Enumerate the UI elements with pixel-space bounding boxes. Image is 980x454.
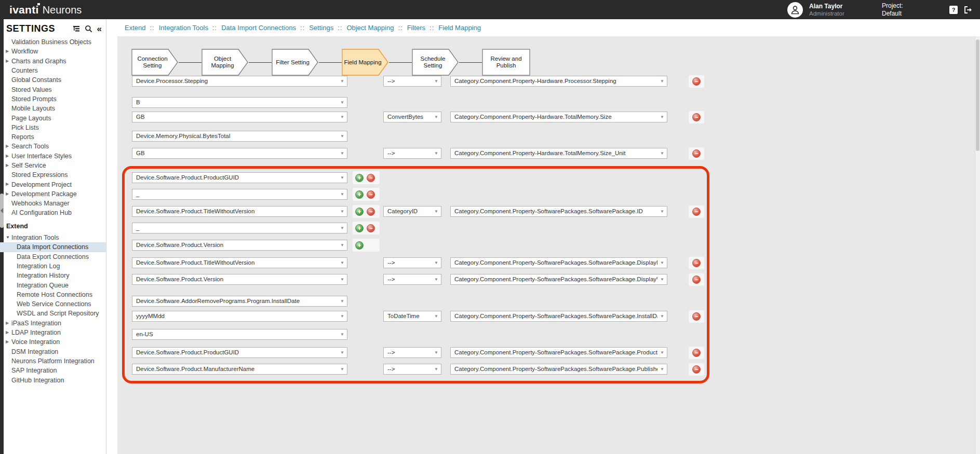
sidebar-item-development-package[interactable]: ▶Development Package (0, 189, 106, 199)
operation-dropdown[interactable]: CategoryID▼ (383, 206, 441, 217)
breadcrumb-integration-tools[interactable]: Integration Tools (159, 24, 208, 32)
step-schedule-setting[interactable]: Schedule Setting (412, 49, 459, 76)
sidebar-item-integration-tools[interactable]: ▼Integration Tools (0, 233, 106, 242)
remove-row-button[interactable]: − (367, 190, 375, 199)
sidebar-item-neurons-platform-integration[interactable]: Neurons Platform Integration (0, 356, 106, 366)
chevron-right-icon[interactable]: ▶ (6, 144, 9, 148)
chevron-down-icon[interactable]: ▼ (6, 235, 10, 240)
breadcrumb-settings[interactable]: Settings (309, 24, 333, 32)
target-field-dropdown[interactable]: Category.Component.Property-SoftwarePack… (450, 274, 667, 285)
add-row-button[interactable]: + (355, 174, 364, 182)
sidebar-item-stored-values[interactable]: Stored Values (0, 85, 106, 94)
operation-dropdown[interactable]: -->▼ (383, 274, 441, 285)
sidebar-item-stored-expressions[interactable]: Stored Expressions (0, 170, 106, 180)
breadcrumb-extend[interactable]: Extend (125, 24, 145, 32)
remove-row-button[interactable]: − (367, 208, 375, 216)
target-field-dropdown[interactable]: Category.Component.Property-Hardware.Tot… (450, 112, 667, 122)
sidebar-item-dsm-integration[interactable]: DSM Integration (0, 347, 106, 356)
sidebar-item-remote-host-connections[interactable]: Remote Host Connections (0, 290, 106, 299)
breadcrumb-object-mapping[interactable]: Object Mapping (346, 24, 394, 32)
delete-mapping-button[interactable]: − (692, 276, 701, 284)
chevron-right-icon[interactable]: ▶ (6, 330, 9, 335)
help-icon[interactable]: ? (949, 6, 958, 14)
sidebar-item-reports[interactable]: Reports (0, 132, 106, 142)
operation-dropdown[interactable]: -->▼ (383, 347, 441, 358)
delete-mapping-button[interactable]: − (692, 113, 701, 121)
sidebar-item-stored-prompts[interactable]: Stored Prompts (0, 94, 106, 104)
sidebar-item-sap-integration[interactable]: SAP Integration (0, 366, 106, 375)
operation-dropdown[interactable]: ConvertBytes▼ (383, 112, 441, 122)
user-avatar[interactable] (787, 2, 803, 18)
sidebar-item-integration-history[interactable]: Integration History (0, 271, 106, 280)
sidebar-item-pick-lists[interactable]: Pick Lists (0, 123, 106, 132)
page-scrollbar-thumb[interactable] (976, 39, 979, 151)
source-field-dropdown[interactable]: Device.Software.Product.ProductGUID▼ (132, 347, 347, 358)
source-field-dropdown[interactable]: _▼ (132, 223, 347, 233)
sidebar-item-integration-queue[interactable]: Integration Queue (0, 280, 106, 290)
chevron-right-icon[interactable]: ▶ (6, 182, 9, 186)
breadcrumb-data-import-connections[interactable]: Data Import Connections (221, 24, 296, 32)
operation-dropdown[interactable]: -->▼ (383, 76, 441, 87)
chevron-right-icon[interactable]: ▶ (6, 163, 9, 168)
source-field-dropdown[interactable]: Device.Software.Product.TitleWithoutVers… (132, 206, 347, 217)
target-field-dropdown[interactable]: Category.Component.Property-SoftwarePack… (450, 364, 667, 375)
collapse-sidebar-icon[interactable]: « (97, 26, 102, 32)
sidebar-item-search-tools[interactable]: ▶Search Tools (0, 142, 106, 151)
sidebar-item-ldap-integration[interactable]: ▶LDAP Integration (0, 328, 106, 337)
source-field-dropdown[interactable]: Device.Processor.Stepping▼ (132, 76, 347, 87)
step-connection-setting[interactable]: Connection Setting (131, 49, 179, 76)
chevron-right-icon[interactable]: ▶ (6, 154, 9, 158)
sidebar-item-validation-business-objects[interactable]: Validation Business Objects (0, 37, 106, 47)
source-field-dropdown[interactable]: Device.Software.Product.ProductGUID▼ (132, 172, 347, 183)
sidebar-item-github-integration[interactable]: GitHub Integration (0, 375, 106, 384)
step-filter-setting[interactable]: Filter Setting (272, 49, 319, 76)
add-row-button[interactable]: + (355, 190, 364, 199)
delete-mapping-button[interactable]: − (692, 349, 701, 357)
sidebar-item-development-project[interactable]: ▶Development Project (0, 180, 106, 189)
source-field-dropdown[interactable]: GB▼ (132, 148, 347, 159)
source-field-dropdown[interactable]: Device.Memory.Physical.BytesTotal▼ (132, 131, 347, 142)
sidebar-item-ipaas-integration[interactable]: ▶iPaaS Integration (0, 319, 106, 328)
add-row-button[interactable]: + (355, 241, 364, 250)
chevron-right-icon[interactable]: ▶ (6, 321, 9, 325)
delete-mapping-button[interactable]: − (692, 259, 701, 267)
chevron-right-icon[interactable]: ▶ (6, 59, 9, 63)
add-row-button[interactable]: + (355, 208, 364, 216)
operation-dropdown[interactable]: -->▼ (383, 364, 441, 375)
chevron-right-icon[interactable]: ▶ (6, 49, 9, 53)
sidebar-item-self-service[interactable]: ▶Self Service (0, 161, 106, 170)
sidebar-item-wsdl-and-script-repository[interactable]: WSDL and Script Repository (0, 309, 106, 318)
source-field-dropdown[interactable]: B▼ (132, 97, 347, 108)
delete-mapping-button[interactable]: − (692, 149, 701, 158)
sidebar-item-voice-integration[interactable]: ▶Voice Integration (0, 337, 106, 347)
search-icon[interactable] (85, 25, 92, 33)
sidebar-item-page-layouts[interactable]: Page Layouts (0, 113, 106, 122)
operation-dropdown[interactable]: -->▼ (383, 257, 441, 268)
sidebar-item-workflow[interactable]: ▶Workflow (0, 47, 106, 56)
operation-dropdown[interactable]: ToDateTime▼ (383, 311, 441, 322)
source-field-dropdown[interactable]: _▼ (132, 189, 347, 200)
sidebar-item-counters[interactable]: Counters (0, 66, 106, 75)
target-field-dropdown[interactable]: Category.Component.Property-Hardware.Tot… (450, 148, 667, 159)
sidebar-item-charts-and-graphs[interactable]: ▶Charts and Graphs (0, 57, 106, 66)
page-scrollbar[interactable] (975, 36, 980, 454)
chevron-right-icon[interactable]: ▶ (6, 191, 9, 196)
sidebar-item-user-interface-styles[interactable]: ▶User Interface Styles (0, 152, 106, 161)
step-review-and-publish[interactable]: Review and Publish (482, 49, 530, 76)
remove-row-button[interactable]: − (367, 224, 375, 232)
breadcrumb-filters[interactable]: Filters (407, 24, 425, 32)
source-field-dropdown[interactable]: Device.Software.Product.Version▼ (132, 240, 347, 251)
target-field-dropdown[interactable]: Category.Component.Property-SoftwarePack… (450, 347, 667, 358)
step-object-mapping[interactable]: Object Mapping (202, 49, 249, 76)
delete-mapping-button[interactable]: − (692, 365, 701, 374)
add-row-button[interactable]: + (355, 224, 364, 232)
delete-mapping-button[interactable]: − (692, 208, 701, 216)
sidebar-item-global-constants[interactable]: Global Constants (0, 75, 106, 85)
source-field-dropdown[interactable]: Device.Software.Product.TitleWithoutVers… (132, 257, 347, 268)
source-field-dropdown[interactable]: GB▼ (132, 112, 347, 122)
source-field-dropdown[interactable]: Device.Software.AddorRemovePrograms.Prog… (132, 296, 347, 307)
sidebar-item-webhooks-manager[interactable]: Webhooks Manager (0, 199, 106, 208)
sidebar-item-mobile-layouts[interactable]: Mobile Layouts (0, 104, 106, 113)
step-field-mapping[interactable]: Field Mapping (342, 49, 389, 76)
source-field-dropdown[interactable]: Device.Software.Product.Version▼ (132, 274, 347, 285)
